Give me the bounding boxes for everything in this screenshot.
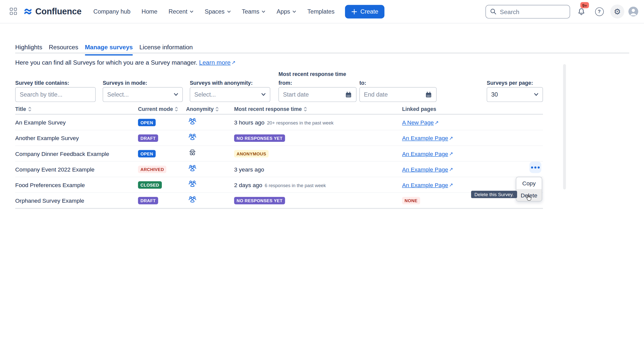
survey-title: Orphaned Survey Example (15, 197, 138, 204)
sort-icon (303, 106, 307, 112)
chevron-down-icon (293, 10, 296, 13)
confluence-page: Confluence Company hub Home Recent Space… (0, 0, 644, 340)
linked-page-link[interactable]: A New Page↗ (402, 119, 439, 125)
delete-tooltip: Delete this Survey. (471, 191, 517, 198)
response-note: 6 responses in the past week (265, 183, 326, 188)
title-filter-input[interactable]: Search by title... (15, 87, 95, 102)
tab-manage-surveys[interactable]: Manage surveys (85, 44, 133, 55)
gear-icon: ⚙ (614, 8, 621, 15)
column-header-anonymity[interactable]: Anonymity (186, 106, 234, 112)
start-date-input[interactable]: Start date (278, 87, 357, 102)
vertical-scrollbar-thumb[interactable] (563, 64, 566, 190)
no-responses-badge: NO RESPONSES YET (234, 135, 285, 142)
mode-badge: OPEN (138, 119, 156, 126)
notification-count-badge: 9+ (580, 2, 589, 8)
dot (534, 166, 536, 168)
learn-more-link[interactable]: Learn more↗ (199, 59, 235, 66)
table-row: Food Preferences Example CLOSED 2 days a… (15, 177, 543, 193)
linked-page-link[interactable]: An Example Page↗ (402, 135, 453, 141)
filter-to-label: to: (359, 80, 366, 86)
incognito-anonymity-icon (188, 148, 197, 157)
grid-square (14, 8, 17, 11)
mode-filter-select[interactable]: Select... (103, 87, 183, 102)
app-switcher-icon[interactable] (10, 8, 17, 15)
nav-templates[interactable]: Templates (307, 8, 334, 15)
response-time: 3 hours ago (234, 119, 265, 125)
sort-icon (175, 106, 178, 112)
settings-button[interactable]: ⚙ (610, 5, 624, 19)
menu-item-copy[interactable]: Copy (516, 177, 542, 189)
linked-page-link[interactable]: An Example Page↗ (402, 166, 453, 173)
group-anonymity-icon (188, 195, 197, 204)
end-date-input[interactable]: End date (359, 87, 436, 102)
tab-resources[interactable]: Resources (49, 44, 78, 55)
mode-badge: CLOSED (138, 181, 162, 189)
filter-anonymity-label: Surveys with anonymity: (190, 80, 253, 86)
per-page-select[interactable]: 30 (487, 87, 543, 102)
mode-badge: ARCHIVED (138, 166, 166, 173)
table-row: Company Event 2022 Example ARCHIVED 3 ye… (15, 161, 543, 177)
survey-title: An Example Survey (15, 119, 138, 125)
response-time: 2 days ago (234, 182, 262, 188)
help-button[interactable]: ? (592, 5, 606, 19)
response-time: 3 years ago (234, 166, 264, 173)
sort-icon (215, 106, 219, 112)
tab-highlights[interactable]: Highlights (15, 44, 42, 55)
nav-home[interactable]: Home (141, 8, 157, 15)
bell-icon (577, 7, 585, 16)
external-link-icon: ↗ (449, 135, 453, 141)
survey-title: Company Event 2022 Example (15, 166, 138, 173)
group-anonymity-icon (188, 164, 197, 173)
mode-badge: OPEN (138, 150, 156, 157)
table-header-row: Title Current mode Anonymity Most recent… (15, 105, 543, 115)
chevron-down-icon (261, 93, 266, 96)
dot (531, 166, 533, 168)
plus-icon (351, 9, 357, 15)
search-input[interactable]: Search (485, 5, 570, 18)
column-header-linked-pages: Linked pages (402, 106, 543, 112)
nav-recent[interactable]: Recent (169, 8, 194, 15)
row-actions-button[interactable] (529, 161, 541, 173)
notifications-button[interactable]: 9+ (574, 5, 588, 19)
nav-teams[interactable]: Teams (242, 8, 265, 15)
calendar-icon (345, 91, 352, 98)
chevron-down-icon (262, 10, 266, 13)
response-note: 20+ responses in the past week (267, 120, 333, 125)
tab-license-information[interactable]: License information (139, 44, 193, 55)
linked-page-link[interactable]: An Example Page↗ (402, 182, 453, 188)
external-link-icon: ↗ (449, 166, 453, 172)
sort-icon (28, 106, 31, 112)
filter-title-label: Survey title contains: (15, 80, 69, 86)
user-avatar[interactable] (628, 7, 638, 16)
filter-mode-label: Surveys in mode: (103, 80, 147, 86)
anonymity-filter-select[interactable]: Select... (190, 87, 270, 102)
external-link-icon: ↗ (231, 60, 235, 65)
topbar-actions: Search 9+ ? ⚙ (485, 5, 638, 19)
mode-badge: DRAFT (138, 135, 158, 142)
mouse-cursor (525, 194, 532, 204)
calendar-icon (425, 91, 432, 98)
nav-spaces[interactable]: Spaces (205, 8, 231, 15)
survey-title: Another Example Survey (15, 135, 138, 141)
column-header-mode[interactable]: Current mode (138, 106, 186, 112)
column-header-response-time[interactable]: Most recent response time (234, 106, 402, 112)
linked-page-link[interactable]: An Example Page↗ (402, 150, 453, 157)
nav-company-hub[interactable]: Company hub (93, 8, 131, 15)
column-header-title[interactable]: Title (15, 106, 138, 112)
chevron-down-icon (190, 10, 194, 13)
table-row: Company Dinner Feedback Example OPEN ANO… (15, 146, 543, 161)
group-anonymity-icon (188, 117, 197, 126)
nav-apps[interactable]: Apps (277, 8, 296, 15)
table-row: An Example Survey OPEN 3 hours ago20+ re… (15, 115, 543, 130)
survey-title: Company Dinner Feedback Example (15, 150, 138, 157)
dot (538, 166, 540, 168)
external-link-icon: ↗ (434, 119, 438, 125)
create-button[interactable]: Create (345, 5, 384, 18)
confluence-logo[interactable]: Confluence (23, 7, 81, 16)
no-responses-badge: NO RESPONSES YET (234, 197, 285, 204)
chevron-down-icon (534, 93, 538, 96)
grid-square (10, 12, 13, 15)
search-icon (490, 8, 497, 15)
chevron-down-icon (174, 93, 178, 96)
survey-title: Food Preferences Example (15, 182, 138, 188)
